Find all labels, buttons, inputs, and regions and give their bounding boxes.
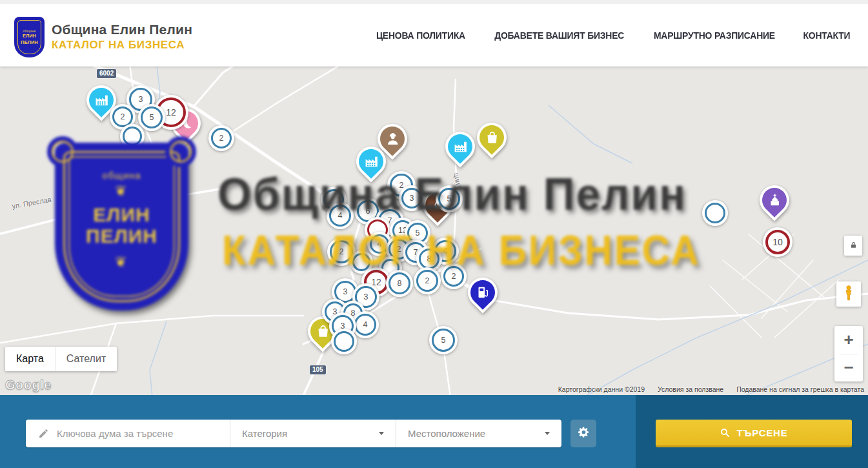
zoom-control: + −	[834, 326, 863, 382]
location-select[interactable]: Местоположение	[396, 420, 561, 447]
road-number-badge: 105	[310, 365, 326, 374]
nav-route-schedule[interactable]: МАРШРУТНО РАЗПИСАНИЕ	[654, 30, 775, 41]
cluster-ring	[123, 127, 142, 146]
lock-icon	[849, 240, 858, 252]
cluster-marker[interactable]: 2	[414, 267, 441, 294]
header: община ЕЛИН ПЕЛИН Община Елин Пелин КАТА…	[0, 0, 868, 66]
map-type-control: Карта Сателит	[5, 347, 117, 371]
attribution-report-link[interactable]: Подаване на сигнал за грешка в картата	[736, 385, 864, 393]
cluster-ring: 10	[765, 230, 790, 254]
search-button[interactable]: ТЪРСЕНЕ	[656, 420, 852, 447]
attribution-terms-link[interactable]: Условия за ползване	[658, 385, 723, 393]
shopping-bag-icon	[485, 130, 500, 145]
nav-add-your-business[interactable]: ДОБАВЕТЕ ВАШИЯТ БИЗНЕС	[494, 30, 624, 41]
cluster-count: 3	[343, 287, 348, 296]
cluster-count: 8	[427, 254, 432, 263]
zoom-out-button[interactable]: −	[834, 354, 863, 382]
keyword-search-input[interactable]	[57, 428, 230, 439]
cluster-count: 3	[410, 194, 414, 203]
cluster-marker[interactable]: 5	[436, 185, 463, 212]
factory-icon	[364, 154, 379, 169]
cluster-ring: 2	[211, 128, 232, 148]
cluster-marker[interactable]: 5	[138, 104, 165, 131]
nav-contacts[interactable]: КОНТАКТИ	[803, 30, 851, 41]
church-icon	[767, 193, 782, 208]
pencil-icon	[38, 428, 49, 439]
cluster-count: 4	[363, 320, 368, 329]
category-select-value: Категория	[242, 428, 287, 439]
cluster-ring: 5	[432, 329, 455, 352]
cluster-ring: 5	[141, 107, 163, 128]
municipality-logo[interactable]: община ЕЛИН ПЕЛИН	[14, 17, 45, 57]
pegman-button[interactable]	[836, 281, 861, 307]
search-icon	[720, 427, 730, 438]
google-logo[interactable]: Google	[5, 378, 52, 392]
main-nav: ЦЕНОВА ПОЛИТИКА ДОБАВЕТЕ ВАШИЯТ БИЗНЕС М…	[374, 4, 851, 66]
cluster-count: 8	[398, 279, 402, 288]
cluster-count: 5	[447, 194, 452, 203]
cluster-ring: 4	[354, 314, 376, 336]
cluster-count: 4	[378, 239, 382, 249]
location-select-value: Местоположение	[408, 428, 485, 439]
category-select[interactable]: Категория	[230, 420, 396, 447]
factory-icon	[453, 139, 468, 154]
cluster-marker[interactable]: 3	[399, 185, 425, 211]
cluster-count: 2	[425, 276, 430, 285]
map-attribution: Картографски данни ©2019 Условия за полз…	[558, 385, 864, 393]
cluster-marker[interactable]	[331, 329, 357, 354]
cluster-count: 3	[139, 95, 143, 104]
cluster-ring: 8	[389, 272, 410, 294]
advanced-search-button[interactable]	[570, 420, 596, 447]
crest-name-line1: ЕЛИН	[23, 34, 36, 39]
cluster-marker[interactable]: 4	[327, 202, 354, 229]
factory-icon	[94, 93, 109, 108]
cluster-ring: 8	[419, 249, 439, 269]
cluster-ring: 4	[329, 205, 351, 227]
search-fields: Категория Местоположение	[26, 420, 561, 447]
keyword-field	[26, 420, 230, 447]
cluster-count: 2	[339, 247, 344, 256]
cluster-count: 2	[121, 112, 125, 121]
cluster-marker[interactable]: 8	[386, 270, 413, 297]
site-subtitle: КАТАЛОГ НА БИЗНЕСА	[52, 39, 192, 52]
map-type-satellite-button[interactable]: Сателит	[55, 347, 117, 371]
cluster-count: 4	[443, 247, 448, 256]
municipality-crest: община ЕЛИН ПЕЛИН	[17, 20, 41, 54]
cluster-marker[interactable]	[120, 124, 145, 148]
cluster-ring: 2	[443, 266, 464, 287]
cluster-ring: 3	[401, 188, 422, 209]
cluster-count: 2	[219, 134, 224, 143]
cluster-count: 2	[452, 272, 456, 281]
cluster-marker[interactable]: 2	[208, 125, 234, 151]
cluster-count: 3	[364, 292, 368, 301]
nav-pricing-policy[interactable]: ЦЕНОВА ПОЛИТИКА	[376, 30, 465, 41]
map-type-map-button[interactable]: Карта	[5, 347, 55, 371]
fuel-icon	[476, 285, 490, 300]
cluster-count: 12	[166, 107, 176, 117]
cluster-count: 5	[150, 113, 154, 122]
site-title: Община Елин Пелин	[52, 22, 192, 37]
cluster-count: 4	[338, 211, 343, 220]
shopping-bag-icon	[316, 324, 330, 339]
worker-icon	[385, 132, 400, 147]
pegman-icon	[842, 285, 856, 304]
cluster-marker[interactable]: 2	[441, 263, 467, 289]
map-canvas[interactable]: 6002105 ул. Преславбул. „Новоселции" 325…	[0, 66, 868, 395]
search-button-label: ТЪРСЕНЕ	[736, 427, 787, 438]
cluster-ring	[705, 203, 725, 223]
cluster-ring: 2	[416, 270, 438, 292]
zoom-in-button[interactable]: +	[834, 326, 863, 354]
cluster-marker[interactable]: 5	[429, 326, 458, 354]
cluster-ring	[352, 253, 370, 271]
crest-name-line2: ПЕЛИН	[21, 40, 37, 46]
cluster-ring	[334, 331, 354, 352]
page: община ЕЛИН ПЕЛИН Община Елин Пелин КАТА…	[0, 0, 868, 468]
chevron-down-icon	[379, 432, 384, 435]
cluster-count: 2	[397, 245, 401, 254]
streetview-lock-button[interactable]	[844, 236, 862, 256]
road-number-badge: 6002	[97, 69, 116, 78]
chevron-down-icon	[545, 432, 550, 435]
cluster-marker[interactable]: 10	[763, 227, 792, 257]
cluster-marker[interactable]	[702, 200, 728, 226]
cluster-count: 5	[416, 229, 420, 238]
